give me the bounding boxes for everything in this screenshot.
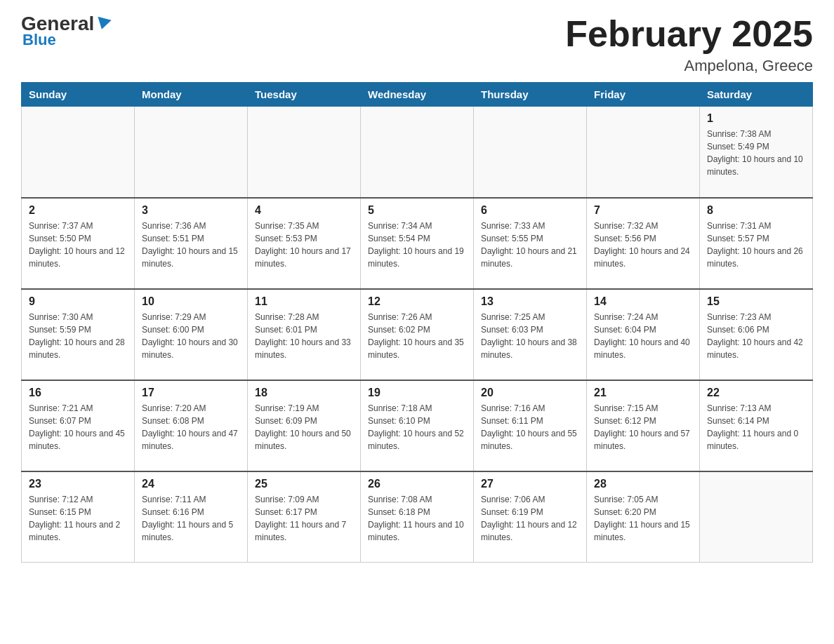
calendar-day-cell: 25Sunrise: 7:09 AM Sunset: 6:17 PM Dayli… <box>248 471 361 563</box>
day-number: 18 <box>255 387 353 399</box>
calendar-day-cell <box>135 107 248 198</box>
calendar-week-row: 9Sunrise: 7:30 AM Sunset: 5:59 PM Daylig… <box>22 289 813 380</box>
day-number: 26 <box>368 478 466 490</box>
day-number: 27 <box>481 478 579 490</box>
calendar-day-cell: 1Sunrise: 7:38 AM Sunset: 5:49 PM Daylig… <box>700 107 813 198</box>
day-info: Sunrise: 7:36 AM Sunset: 5:51 PM Dayligh… <box>142 220 240 270</box>
calendar-header-tuesday: Tuesday <box>248 83 361 107</box>
day-info: Sunrise: 7:34 AM Sunset: 5:54 PM Dayligh… <box>368 220 466 270</box>
day-info: Sunrise: 7:13 AM Sunset: 6:14 PM Dayligh… <box>707 402 805 452</box>
day-info: Sunrise: 7:21 AM Sunset: 6:07 PM Dayligh… <box>29 402 127 452</box>
calendar-day-cell: 20Sunrise: 7:16 AM Sunset: 6:11 PM Dayli… <box>474 380 587 471</box>
calendar-day-cell: 22Sunrise: 7:13 AM Sunset: 6:14 PM Dayli… <box>700 380 813 471</box>
day-number: 16 <box>29 387 127 399</box>
calendar-header-sunday: Sunday <box>22 83 135 107</box>
calendar-day-cell: 16Sunrise: 7:21 AM Sunset: 6:07 PM Dayli… <box>22 380 135 471</box>
day-info: Sunrise: 7:11 AM Sunset: 6:16 PM Dayligh… <box>142 493 240 544</box>
calendar-header-saturday: Saturday <box>700 83 813 107</box>
calendar-day-cell: 10Sunrise: 7:29 AM Sunset: 6:00 PM Dayli… <box>135 289 248 380</box>
day-info: Sunrise: 7:25 AM Sunset: 6:03 PM Dayligh… <box>481 311 579 361</box>
calendar-day-cell: 11Sunrise: 7:28 AM Sunset: 6:01 PM Dayli… <box>248 289 361 380</box>
day-number: 22 <box>707 387 805 399</box>
logo-blue-text: Blue <box>22 31 56 49</box>
day-info: Sunrise: 7:33 AM Sunset: 5:55 PM Dayligh… <box>481 220 579 270</box>
calendar-day-cell: 4Sunrise: 7:35 AM Sunset: 5:53 PM Daylig… <box>248 198 361 289</box>
day-number: 15 <box>707 295 805 308</box>
location-title: Ampelona, Greece <box>565 57 813 75</box>
calendar-header-row: SundayMondayTuesdayWednesdayThursdayFrid… <box>22 83 813 107</box>
day-info: Sunrise: 7:30 AM Sunset: 5:59 PM Dayligh… <box>29 311 127 361</box>
day-number: 7 <box>594 204 692 217</box>
calendar-day-cell <box>361 107 474 198</box>
calendar-day-cell: 8Sunrise: 7:31 AM Sunset: 5:57 PM Daylig… <box>700 198 813 289</box>
calendar-day-cell: 7Sunrise: 7:32 AM Sunset: 5:56 PM Daylig… <box>587 198 700 289</box>
calendar-day-cell: 17Sunrise: 7:20 AM Sunset: 6:08 PM Dayli… <box>135 380 248 471</box>
calendar-day-cell <box>248 107 361 198</box>
day-info: Sunrise: 7:29 AM Sunset: 6:00 PM Dayligh… <box>142 311 240 361</box>
calendar-day-cell: 2Sunrise: 7:37 AM Sunset: 5:50 PM Daylig… <box>22 198 135 289</box>
day-info: Sunrise: 7:32 AM Sunset: 5:56 PM Dayligh… <box>594 220 692 270</box>
calendar-day-cell: 6Sunrise: 7:33 AM Sunset: 5:55 PM Daylig… <box>474 198 587 289</box>
page-header: General Blue February 2025 Ampelona, Gre… <box>21 14 813 75</box>
calendar-day-cell: 12Sunrise: 7:26 AM Sunset: 6:02 PM Dayli… <box>361 289 474 380</box>
logo-area: General Blue <box>21 14 110 49</box>
day-info: Sunrise: 7:08 AM Sunset: 6:18 PM Dayligh… <box>368 493 466 544</box>
calendar-day-cell: 15Sunrise: 7:23 AM Sunset: 6:06 PM Dayli… <box>700 289 813 380</box>
day-number: 8 <box>707 204 805 217</box>
day-info: Sunrise: 7:12 AM Sunset: 6:15 PM Dayligh… <box>29 493 127 544</box>
calendar-day-cell: 23Sunrise: 7:12 AM Sunset: 6:15 PM Dayli… <box>22 471 135 563</box>
day-info: Sunrise: 7:24 AM Sunset: 6:04 PM Dayligh… <box>594 311 692 361</box>
month-title: February 2025 <box>565 14 813 54</box>
day-number: 24 <box>142 478 240 490</box>
day-number: 17 <box>142 387 240 399</box>
calendar-day-cell: 26Sunrise: 7:08 AM Sunset: 6:18 PM Dayli… <box>361 471 474 563</box>
calendar-header-friday: Friday <box>587 83 700 107</box>
day-number: 11 <box>255 295 353 308</box>
calendar-day-cell <box>587 107 700 198</box>
calendar-week-row: 1Sunrise: 7:38 AM Sunset: 5:49 PM Daylig… <box>22 107 813 198</box>
day-number: 1 <box>707 112 805 125</box>
day-number: 25 <box>255 478 353 490</box>
day-number: 28 <box>594 478 692 490</box>
day-number: 13 <box>481 295 579 308</box>
day-info: Sunrise: 7:26 AM Sunset: 6:02 PM Dayligh… <box>368 311 466 361</box>
day-info: Sunrise: 7:31 AM Sunset: 5:57 PM Dayligh… <box>707 220 805 270</box>
day-number: 10 <box>142 295 240 308</box>
calendar-day-cell <box>22 107 135 198</box>
day-info: Sunrise: 7:05 AM Sunset: 6:20 PM Dayligh… <box>594 493 692 544</box>
calendar-day-cell: 5Sunrise: 7:34 AM Sunset: 5:54 PM Daylig… <box>361 198 474 289</box>
day-info: Sunrise: 7:19 AM Sunset: 6:09 PM Dayligh… <box>255 402 353 452</box>
calendar-week-row: 2Sunrise: 7:37 AM Sunset: 5:50 PM Daylig… <box>22 198 813 289</box>
calendar-day-cell <box>474 107 587 198</box>
day-number: 20 <box>481 387 579 399</box>
calendar-day-cell: 9Sunrise: 7:30 AM Sunset: 5:59 PM Daylig… <box>22 289 135 380</box>
logo-triangle-icon <box>95 17 112 32</box>
calendar-day-cell: 18Sunrise: 7:19 AM Sunset: 6:09 PM Dayli… <box>248 380 361 471</box>
day-number: 23 <box>29 478 127 490</box>
title-area: February 2025 Ampelona, Greece <box>565 14 813 75</box>
calendar-day-cell: 21Sunrise: 7:15 AM Sunset: 6:12 PM Dayli… <box>587 380 700 471</box>
day-info: Sunrise: 7:06 AM Sunset: 6:19 PM Dayligh… <box>481 493 579 544</box>
calendar-day-cell: 14Sunrise: 7:24 AM Sunset: 6:04 PM Dayli… <box>587 289 700 380</box>
calendar-header-wednesday: Wednesday <box>361 83 474 107</box>
calendar-table: SundayMondayTuesdayWednesdayThursdayFrid… <box>21 82 813 563</box>
day-number: 4 <box>255 204 353 217</box>
calendar-body: 1Sunrise: 7:38 AM Sunset: 5:49 PM Daylig… <box>22 107 813 563</box>
day-number: 9 <box>29 295 127 308</box>
day-number: 21 <box>594 387 692 399</box>
day-number: 2 <box>29 204 127 217</box>
day-info: Sunrise: 7:15 AM Sunset: 6:12 PM Dayligh… <box>594 402 692 452</box>
calendar-day-cell: 27Sunrise: 7:06 AM Sunset: 6:19 PM Dayli… <box>474 471 587 563</box>
day-number: 19 <box>368 387 466 399</box>
day-info: Sunrise: 7:28 AM Sunset: 6:01 PM Dayligh… <box>255 311 353 361</box>
calendar-header-thursday: Thursday <box>474 83 587 107</box>
day-number: 6 <box>481 204 579 217</box>
day-number: 14 <box>594 295 692 308</box>
day-info: Sunrise: 7:20 AM Sunset: 6:08 PM Dayligh… <box>142 402 240 452</box>
calendar-day-cell: 19Sunrise: 7:18 AM Sunset: 6:10 PM Dayli… <box>361 380 474 471</box>
calendar-day-cell: 3Sunrise: 7:36 AM Sunset: 5:51 PM Daylig… <box>135 198 248 289</box>
calendar-week-row: 23Sunrise: 7:12 AM Sunset: 6:15 PM Dayli… <box>22 471 813 563</box>
calendar-day-cell <box>700 471 813 563</box>
day-info: Sunrise: 7:37 AM Sunset: 5:50 PM Dayligh… <box>29 220 127 270</box>
day-info: Sunrise: 7:23 AM Sunset: 6:06 PM Dayligh… <box>707 311 805 361</box>
